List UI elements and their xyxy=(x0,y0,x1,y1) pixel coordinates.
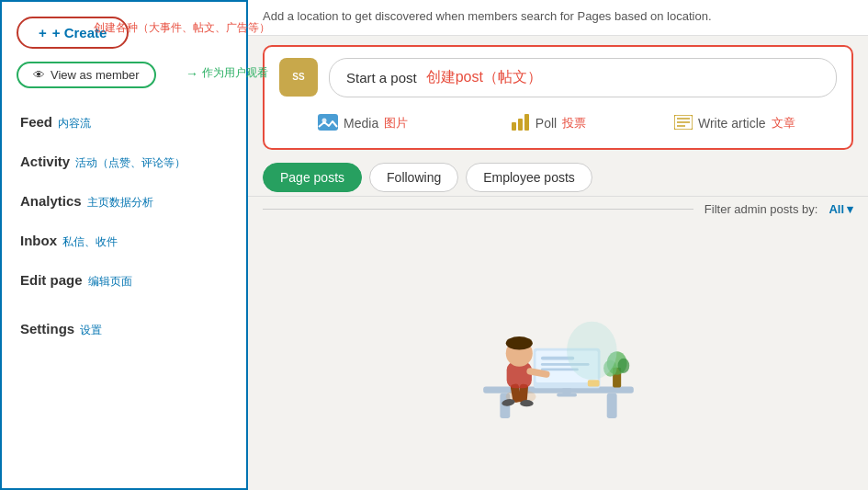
write-article-label-cn: 文章 xyxy=(772,115,795,131)
sidebar-item-analytics-sublabel: 主页数据分析 xyxy=(87,195,153,211)
feed-illustration xyxy=(467,286,650,424)
write-article-label: Write article xyxy=(698,116,766,131)
tab-following[interactable]: Following xyxy=(369,163,458,192)
poll-label-cn: 投票 xyxy=(562,115,586,131)
sidebar-item-settings-label: Settings xyxy=(20,321,74,336)
svg-point-31 xyxy=(617,358,629,372)
location-text: Add a location to get discovered when me… xyxy=(263,9,712,23)
create-post-annotation: 创建post（帖文） xyxy=(426,68,542,87)
eye-icon: 👁 xyxy=(33,68,45,82)
svg-rect-2 xyxy=(512,122,516,131)
media-label-cn: 图片 xyxy=(384,115,408,131)
divider-line xyxy=(263,209,693,210)
sidebar-nav: Feed 内容流 Activity 活动（点赞、评论等） Analytics 主… xyxy=(2,96,246,357)
sidebar-item-feed[interactable]: Feed 内容流 xyxy=(2,103,246,142)
write-article-action[interactable]: Write article 文章 xyxy=(651,108,837,139)
chevron-down-icon: ▾ xyxy=(847,202,853,216)
view-as-member-button[interactable]: 👁 View as member xyxy=(17,62,156,88)
location-bar: Add a location to get discovered when me… xyxy=(248,0,868,36)
sidebar-item-feed-sublabel: 内容流 xyxy=(58,116,91,131)
sidebar-item-inbox[interactable]: Inbox 私信、收件 xyxy=(2,222,246,261)
svg-rect-32 xyxy=(587,380,599,386)
poll-action[interactable]: Poll 投票 xyxy=(465,108,650,139)
sidebar-item-activity[interactable]: Activity 活动（点赞、评论等） xyxy=(2,142,246,182)
sidebar-item-inbox-label: Inbox xyxy=(20,233,57,248)
sidebar-item-edit-page-label: Edit page xyxy=(20,272,83,288)
sidebar-item-settings-sublabel: 设置 xyxy=(80,323,102,338)
sidebar-item-feed-label: Feed xyxy=(20,114,52,130)
page-avatar: SS xyxy=(279,58,318,97)
arrow-right-icon: → xyxy=(186,66,198,81)
filter-all-select[interactable]: All ▾ xyxy=(829,202,853,216)
feed-area xyxy=(248,220,868,491)
start-post-input[interactable]: Start a post 创建post（帖文） xyxy=(329,58,837,97)
sidebar-item-analytics-label: Analytics xyxy=(20,193,82,209)
sidebar-item-inbox-sublabel: 私信、收件 xyxy=(62,234,118,250)
media-action[interactable]: Media 图片 xyxy=(279,108,465,139)
view-as-member-area: 👁 View as member → 作为用户观看 xyxy=(2,58,246,96)
svg-point-33 xyxy=(567,321,617,380)
svg-rect-3 xyxy=(518,119,523,131)
svg-rect-11 xyxy=(606,393,616,418)
tabs-row: Page posts Following Employee posts xyxy=(248,154,868,196)
post-box-wrap: SS Start a post 创建post（帖文） xyxy=(248,36,868,154)
sidebar-item-edit-page[interactable]: Edit page 编辑页面 xyxy=(2,261,246,301)
view-as-member-label: View as member xyxy=(51,68,140,82)
start-post-label: Start a post xyxy=(346,70,417,85)
media-icon xyxy=(318,114,338,133)
svg-rect-15 xyxy=(557,393,577,397)
svg-point-27 xyxy=(505,336,532,350)
create-annotation: 创建各种（大事件、帖文、广告等） xyxy=(94,20,270,36)
svg-rect-0 xyxy=(318,114,338,131)
sidebar: + + Create 创建各种（大事件、帖文、广告等） 👁 View as me… xyxy=(0,0,248,490)
sidebar-item-analytics[interactable]: Analytics 主页数据分析 xyxy=(2,182,246,222)
sidebar-item-activity-sublabel: 活动（点赞、评论等） xyxy=(75,155,186,171)
filter-label: Filter admin posts by: xyxy=(705,202,818,216)
view-annotation: → 作为用户观看 xyxy=(186,65,268,81)
sidebar-item-settings[interactable]: Settings 设置 xyxy=(2,310,246,349)
post-box: SS Start a post 创建post（帖文） xyxy=(263,45,853,150)
svg-point-23 xyxy=(520,400,534,406)
svg-rect-4 xyxy=(524,114,529,131)
main-content: Add a location to get discovered when me… xyxy=(248,0,868,490)
write-article-icon xyxy=(674,115,693,132)
sidebar-item-edit-page-sublabel: 编辑页面 xyxy=(88,274,132,290)
post-box-top: SS Start a post 创建post（帖文） xyxy=(279,58,837,97)
tab-employee-posts[interactable]: Employee posts xyxy=(466,163,592,192)
tab-page-posts[interactable]: Page posts xyxy=(263,163,362,192)
poll-icon xyxy=(512,114,530,133)
filter-bar: Filter admin posts by: All ▾ xyxy=(248,196,868,220)
media-label: Media xyxy=(344,116,378,131)
plus-icon: + xyxy=(39,25,47,40)
post-box-actions: Media 图片 Poll 投票 xyxy=(279,108,837,139)
person-at-desk-svg xyxy=(467,286,650,424)
sidebar-item-activity-label: Activity xyxy=(20,154,70,169)
poll-label: Poll xyxy=(535,116,557,131)
create-btn-area: + + Create 创建各种（大事件、帖文、广告等） xyxy=(2,11,246,58)
